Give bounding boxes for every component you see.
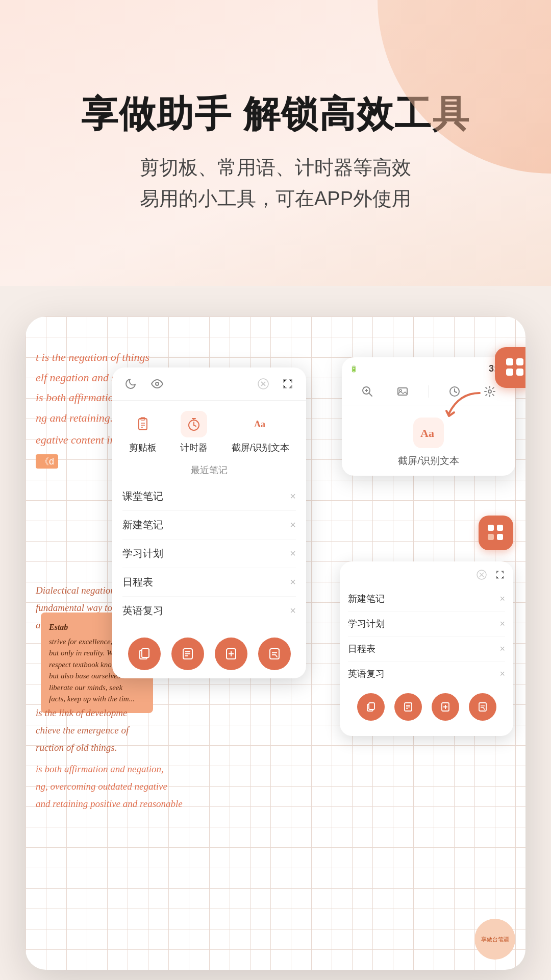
tool-tabs: 剪贴板 计时器	[112, 401, 306, 460]
widget-header-left-icons	[122, 376, 165, 392]
mini-note-close-1[interactable]: ×	[499, 594, 505, 604]
mini-panel: 新建笔记 × 学习计划 × 日程表 × 英语复习 ×	[340, 561, 513, 736]
svg-line-11	[194, 425, 196, 426]
mini-btn-pdf[interactable]	[469, 693, 496, 721]
mini-close-circle-icon[interactable]	[477, 570, 487, 582]
svg-point-0	[156, 382, 159, 385]
bottom-left-text-2: is both affirmation and negation, ng, ov…	[36, 761, 189, 813]
note-item-2[interactable]: 新建笔记 ×	[122, 511, 296, 540]
left-mid-line-2: chieve the emergence of	[36, 722, 184, 739]
dot2-4	[497, 534, 503, 540]
dot-1	[506, 358, 513, 365]
note-close-5[interactable]: ×	[290, 605, 296, 617]
app-icon-dots	[506, 358, 524, 377]
text-line-1: t is the negation of things	[36, 347, 179, 368]
mini-note-1[interactable]: 新建笔记 ×	[348, 586, 505, 611]
close-circle-icon[interactable]	[255, 376, 271, 392]
expand-icon[interactable]	[280, 376, 296, 392]
dot-2	[516, 358, 523, 365]
note-name-5: 英语复习	[122, 604, 163, 618]
dot-3	[506, 369, 513, 376]
hero-subtitle: 剪切板、常用语、计时器等高效 易用的小工具，可在APP外使用	[140, 152, 411, 214]
tab-ocr[interactable]: Aa 截屏/识别文本	[232, 411, 289, 454]
tab-timer-label: 计时器	[180, 442, 208, 454]
left-mid-line-3: ruction of old things.	[36, 739, 184, 756]
note-item-3[interactable]: 学习计划 ×	[122, 540, 296, 568]
note-close-2[interactable]: ×	[290, 519, 296, 531]
mini-note-close-2[interactable]: ×	[499, 619, 505, 629]
tab-clipboard[interactable]: 剪贴板	[129, 411, 157, 454]
mini-note-2[interactable]: 学习计划 ×	[348, 611, 505, 636]
left-mid-text: is the link of developme chieve the emer…	[36, 704, 184, 757]
floating-app-icon-2[interactable]	[479, 516, 513, 550]
zoom-in-icon[interactable]	[358, 382, 377, 401]
text-line-5: egative content in	[36, 430, 115, 450]
clipboard-icon-wrap	[130, 411, 156, 437]
note-name-1: 课堂笔记	[122, 489, 163, 503]
mini-note-close-4[interactable]: ×	[499, 669, 505, 679]
bottom-line-2: ng, overcoming outdated negative	[36, 778, 189, 795]
watermark: 享做台笔疆	[474, 919, 515, 960]
mini-btn-add[interactable]	[432, 693, 459, 721]
eye-icon[interactable]	[149, 376, 165, 392]
ocr-icon-wrap: Aa	[247, 411, 273, 437]
moon-icon[interactable]	[122, 376, 139, 392]
note-name-4: 日程表	[122, 575, 153, 589]
app-icon-2-dots	[488, 525, 504, 541]
mini-note-name-3: 日程表	[348, 643, 375, 655]
hero-section: 享做助手 解锁高效工具 剪切板、常用语、计时器等高效 易用的小工具，可在APP外…	[0, 0, 551, 286]
tab-timer[interactable]: 计时器	[180, 411, 208, 454]
mini-note-3[interactable]: 日程表 ×	[348, 636, 505, 662]
svg-line-30	[369, 394, 372, 397]
image-icon[interactable]	[393, 382, 412, 401]
action-btn-new[interactable]	[171, 638, 204, 670]
subtitle-line1: 剪切板、常用语、计时器等高效	[140, 157, 411, 178]
dot2-1	[488, 525, 494, 531]
note-item-1[interactable]: 课堂笔记 ×	[122, 482, 296, 511]
timer-icon-wrap	[181, 411, 207, 437]
action-btn-add[interactable]	[215, 638, 247, 670]
svg-rect-42	[369, 703, 374, 709]
svg-rect-31	[398, 388, 407, 395]
bottom-line-1: is both affirmation and negation,	[36, 761, 189, 778]
widget-panel: 剪贴板 计时器	[112, 368, 306, 678]
note-name-2: 新建笔记	[122, 518, 163, 532]
note-close-3[interactable]: ×	[290, 548, 296, 559]
svg-rect-16	[142, 649, 149, 657]
action-btn-pdf[interactable]	[258, 638, 291, 670]
tab-clipboard-label: 剪贴板	[129, 442, 157, 454]
widget-header	[112, 368, 306, 401]
right-panel-header: 🔋 3:49	[342, 357, 515, 378]
svg-text:Aa: Aa	[254, 419, 265, 429]
note-close-4[interactable]: ×	[290, 576, 296, 588]
dot2-3	[488, 534, 494, 540]
mini-panel-close-row	[348, 570, 505, 582]
mini-note-close-3[interactable]: ×	[499, 644, 505, 654]
mini-note-name-4: 英语复习	[348, 668, 385, 680]
tab-ocr-label: 截屏/识别文本	[232, 442, 289, 454]
note-item-4[interactable]: 日程表 ×	[122, 568, 296, 597]
mini-btn-new[interactable]	[394, 693, 422, 721]
ocr-label: 截屏/识别文本	[398, 454, 459, 468]
dot-4	[516, 369, 523, 376]
subtitle-line2: 易用的小工具，可在APP外使用	[140, 188, 411, 209]
svg-rect-50	[479, 703, 486, 711]
mini-action-buttons	[348, 686, 505, 728]
widget-action-buttons	[112, 629, 306, 678]
widget-header-right-icons	[255, 376, 296, 392]
action-btn-copy[interactable]	[128, 638, 161, 670]
floating-app-icon[interactable]	[495, 347, 525, 388]
note-close-1[interactable]: ×	[290, 491, 296, 502]
mini-note-4[interactable]: 英语复习 ×	[348, 662, 505, 686]
hero-decoration	[378, 0, 551, 174]
note-item-5[interactable]: 英语复习 ×	[122, 597, 296, 625]
mini-expand-icon[interactable]	[495, 570, 505, 582]
arrow-decoration	[429, 388, 490, 431]
watermark-text: 享做台笔疆	[481, 936, 509, 943]
recent-notes-section: 最近笔记 课堂笔记 × 新建笔记 × 学习计划 × 日程	[112, 460, 306, 625]
mini-note-name-2: 学习计划	[348, 618, 385, 630]
mini-note-name-1: 新建笔记	[348, 593, 385, 605]
svg-rect-24	[270, 649, 279, 659]
mini-btn-copy[interactable]	[357, 693, 385, 721]
text-tag-2: 《d	[36, 454, 58, 469]
